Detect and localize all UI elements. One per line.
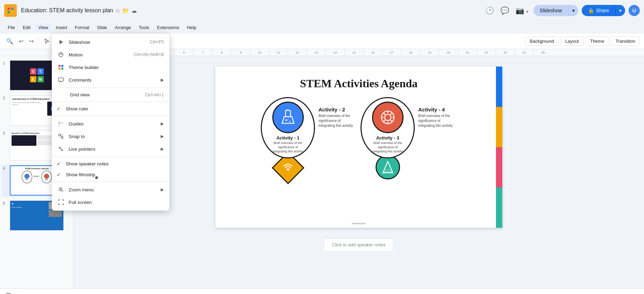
sep-3 bbox=[52, 116, 169, 116]
svg-rect-30 bbox=[58, 68, 61, 70]
zoom-menu-arrow-icon: ▶ bbox=[161, 187, 164, 192]
snap-to-label: Snap to bbox=[69, 134, 158, 139]
svg-rect-36 bbox=[61, 137, 63, 138]
svg-point-27 bbox=[59, 53, 63, 57]
full-screen-icon bbox=[57, 199, 64, 206]
menu-item-zoom-menu[interactable]: Zoom menu ▶ bbox=[52, 183, 169, 196]
menu-item-motion[interactable]: Motion Ctrl+Alt+Shift+B bbox=[52, 48, 169, 61]
theme-builder-icon bbox=[57, 64, 64, 71]
guides-arrow-icon: ▶ bbox=[161, 121, 164, 126]
motion-menu-icon bbox=[57, 51, 64, 58]
menu-item-slideshow[interactable]: Slideshow Ctrl+F5 bbox=[52, 36, 169, 48]
grid-view-shortcut: Ctrl+Alt+1 bbox=[145, 93, 164, 97]
menu-item-grid-view[interactable]: Grid view Ctrl+Alt+1 bbox=[52, 89, 169, 100]
menu-item-show-filmstrip[interactable]: Show filmstrip bbox=[52, 169, 169, 180]
slideshow-menu-label: Slideshow bbox=[69, 40, 150, 45]
guides-label: Guides bbox=[69, 121, 158, 127]
guides-icon bbox=[57, 120, 64, 127]
menu-item-guides[interactable]: Guides ▶ bbox=[52, 117, 169, 130]
zoom-menu-icon bbox=[57, 186, 64, 193]
slideshow-shortcut: Ctrl+F5 bbox=[150, 40, 164, 45]
show-filmstrip-label: Show filmstrip bbox=[66, 172, 164, 177]
sep-1 bbox=[52, 88, 169, 88]
menu-item-show-ruler[interactable]: Show ruler bbox=[52, 103, 169, 114]
menu-item-show-speaker-notes[interactable]: Show speaker notes bbox=[52, 158, 169, 169]
sep-2 bbox=[52, 102, 169, 102]
comments-arrow-icon: ▶ bbox=[161, 77, 164, 82]
grid-view-label: Grid view bbox=[70, 92, 145, 97]
menu-item-theme-builder[interactable]: Theme builder bbox=[52, 61, 169, 74]
sep-5 bbox=[52, 182, 169, 182]
menu-item-snap-to[interactable]: Snap to ▶ bbox=[52, 130, 169, 143]
live-pointers-icon bbox=[57, 145, 64, 152]
live-pointers-label: Live pointers bbox=[69, 146, 158, 152]
comments-icon bbox=[57, 76, 64, 83]
svg-rect-28 bbox=[58, 65, 61, 67]
show-ruler-label: Show ruler bbox=[66, 106, 164, 111]
svg-rect-32 bbox=[58, 78, 63, 81]
theme-builder-label: Theme builder bbox=[69, 65, 164, 70]
comments-label: Comments bbox=[69, 77, 158, 83]
motion-shortcut: Ctrl+Alt+Shift+B bbox=[134, 52, 164, 57]
full-screen-label: Full screen bbox=[69, 200, 164, 205]
svg-rect-31 bbox=[61, 68, 63, 70]
live-pointers-arrow-icon: ▶ bbox=[161, 146, 164, 151]
show-speaker-notes-label: Show speaker notes bbox=[66, 161, 164, 166]
zoom-menu-label: Zoom menu bbox=[69, 187, 158, 192]
sep-4 bbox=[52, 157, 169, 157]
dropdown-overlay[interactable]: Slideshow Ctrl+F5 Motion Ctrl+Alt+Shift+… bbox=[0, 0, 644, 294]
svg-rect-35 bbox=[59, 134, 61, 136]
snap-to-arrow-icon: ▶ bbox=[161, 134, 164, 139]
menu-item-full-screen[interactable]: Full screen bbox=[52, 196, 169, 208]
menu-item-comments[interactable]: Comments ▶ bbox=[52, 74, 169, 86]
svg-line-43 bbox=[62, 191, 63, 192]
view-dropdown-menu: Slideshow Ctrl+F5 Motion Ctrl+Alt+Shift+… bbox=[52, 34, 169, 211]
motion-menu-label: Motion bbox=[69, 52, 134, 57]
svg-marker-26 bbox=[59, 40, 63, 44]
svg-rect-29 bbox=[61, 65, 63, 67]
snap-to-icon bbox=[57, 133, 64, 140]
slideshow-menu-icon bbox=[57, 39, 64, 46]
menu-item-live-pointers[interactable]: Live pointers ▶ bbox=[52, 143, 169, 155]
